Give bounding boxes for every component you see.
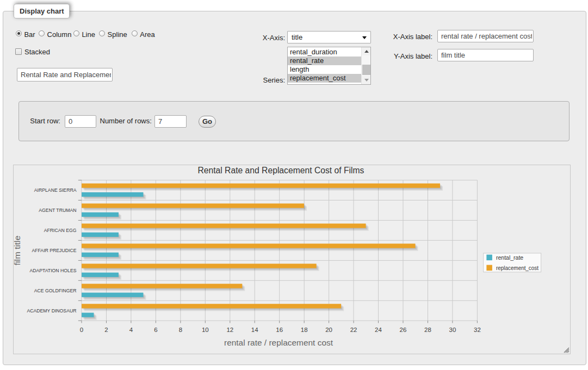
svg-text:AFFAIR PREJUDICE: AFFAIR PREJUDICE [32,248,76,253]
svg-text:6: 6 [154,327,157,333]
svg-text:ACADEMY DINOSAUR: ACADEMY DINOSAUR [27,308,76,313]
svg-text:12: 12 [226,327,233,333]
svg-text:film title: film title [13,236,22,266]
svg-text:4: 4 [129,327,133,333]
svg-text:18: 18 [301,327,308,333]
svg-text:32: 32 [474,327,481,333]
svg-text:rental_rate: rental_rate [496,254,523,261]
svg-text:20: 20 [325,327,332,333]
svg-text:8: 8 [179,327,182,333]
svg-text:AFRICAN EGG: AFRICAN EGG [44,228,77,233]
svg-text:0: 0 [80,327,83,333]
svg-text:2: 2 [104,327,108,333]
svg-text:rental rate / replacement cost: rental rate / replacement cost [224,338,333,347]
svg-text:28: 28 [424,327,431,333]
svg-text:AIRPLANE SIERRA: AIRPLANE SIERRA [34,187,77,193]
svg-text:24: 24 [375,327,382,333]
svg-text:AGENT TRUMAN: AGENT TRUMAN [39,208,76,213]
svg-text:22: 22 [350,327,357,333]
svg-text:26: 26 [400,327,407,333]
svg-text:10: 10 [202,327,209,333]
svg-text:30: 30 [449,327,456,333]
svg-text:ACE GOLDFINGER: ACE GOLDFINGER [34,288,77,293]
svg-text:14: 14 [251,327,258,333]
svg-text:ADAPTATION HOLES: ADAPTATION HOLES [29,268,76,273]
svg-text:replacement_cost: replacement_cost [496,265,539,271]
svg-text:Rental Rate and Replacement Co: Rental Rate and Replacement Cost of Film… [197,166,364,175]
svg-text:16: 16 [276,327,283,333]
